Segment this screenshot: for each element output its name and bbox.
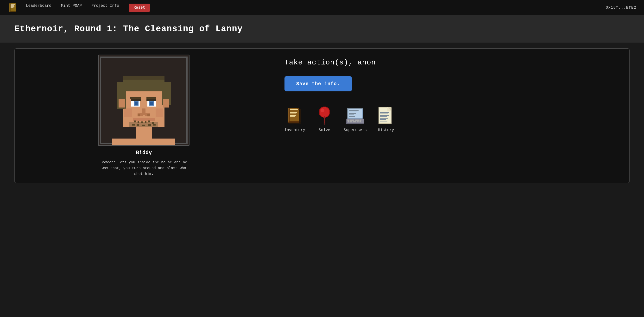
svg-rect-3 (10, 5, 14, 6)
game-card: Biddy Someone lets you inside the house … (14, 48, 630, 183)
svg-rect-77 (348, 120, 350, 121)
nav-project-info[interactable]: Project Info (92, 4, 119, 12)
svg-rect-31 (138, 114, 140, 116)
svg-rect-26 (130, 97, 141, 98)
logo-icon (8, 2, 18, 13)
left-panel: Biddy Someone lets you inside the house … (15, 49, 273, 183)
svg-rect-7 (10, 4, 10, 12)
svg-rect-21 (131, 99, 141, 101)
right-panel: Take action(s), anon Save the info. (273, 49, 629, 183)
nav-links: Leaderboard Mint POAP Project Info Reset (26, 4, 598, 12)
svg-rect-17 (163, 99, 169, 108)
svg-rect-47 (156, 108, 163, 117)
save-info-button[interactable]: Save the info. (284, 76, 352, 92)
svg-rect-65 (324, 116, 325, 123)
svg-rect-84 (350, 121, 352, 122)
svg-rect-51 (290, 109, 298, 110)
svg-rect-43 (142, 124, 145, 126)
svg-rect-12 (123, 78, 164, 92)
inventory-label: Inventory (284, 128, 305, 132)
svg-rect-38 (145, 121, 146, 123)
svg-rect-99 (391, 108, 392, 124)
svg-rect-36 (138, 121, 139, 123)
svg-point-64 (320, 108, 324, 112)
wallet-address: 0x18f...BfE2 (606, 6, 636, 10)
svg-rect-39 (148, 120, 150, 122)
inventory-icon-item[interactable]: Inventory (284, 106, 305, 132)
solve-icon-item[interactable]: Solve (315, 106, 334, 132)
svg-rect-82 (360, 120, 362, 121)
svg-rect-80 (355, 120, 357, 121)
svg-rect-97 (380, 119, 386, 120)
svg-rect-33 (133, 118, 155, 121)
svg-rect-24 (150, 102, 153, 104)
svg-rect-52 (290, 111, 297, 111)
svg-rect-78 (350, 120, 352, 121)
svg-rect-32 (148, 114, 150, 116)
svg-rect-20 (135, 102, 138, 104)
svg-rect-15 (123, 76, 164, 80)
inventory-icon (285, 106, 304, 125)
svg-rect-92 (380, 112, 389, 113)
svg-rect-55 (290, 115, 296, 116)
main-content: Biddy Someone lets you inside the house … (0, 42, 644, 189)
svg-rect-48 (112, 138, 175, 145)
solve-icon (315, 106, 334, 125)
svg-rect-71 (349, 112, 357, 112)
history-icon-item[interactable]: History (376, 106, 396, 132)
svg-rect-40 (152, 122, 154, 124)
svg-rect-27 (147, 97, 156, 98)
history-icon (376, 106, 396, 125)
svg-rect-94 (380, 115, 389, 116)
svg-rect-5 (10, 7, 14, 8)
svg-rect-79 (352, 120, 354, 121)
reset-button[interactable]: Reset (129, 4, 150, 12)
svg-rect-83 (348, 121, 350, 122)
svg-rect-87 (360, 121, 361, 122)
svg-rect-53 (290, 112, 297, 113)
svg-rect-56 (290, 116, 295, 117)
svg-rect-11 (123, 87, 164, 127)
svg-rect-42 (136, 124, 139, 126)
nav-mint-poap[interactable]: Mint POAP (61, 4, 82, 12)
character-portrait (98, 54, 190, 146)
svg-rect-4 (10, 6, 14, 7)
svg-rect-70 (349, 110, 358, 111)
solve-label: Solve (319, 128, 330, 132)
svg-rect-86 (357, 121, 358, 122)
svg-marker-66 (324, 123, 325, 125)
character-name: Biddy (136, 150, 152, 156)
svg-rect-16 (119, 99, 125, 108)
superusers-label: Superusers (344, 128, 367, 132)
navbar: Leaderboard Mint POAP Project Info Reset… (0, 0, 644, 16)
nav-leaderboard[interactable]: Leaderboard (26, 4, 52, 12)
svg-rect-72 (349, 113, 356, 114)
svg-rect-25 (147, 99, 156, 101)
history-label: History (378, 128, 394, 132)
svg-rect-58 (288, 108, 289, 122)
superusers-icon (346, 106, 365, 125)
svg-rect-37 (141, 122, 143, 123)
svg-rect-44 (148, 124, 151, 126)
svg-rect-41 (132, 124, 135, 125)
svg-rect-93 (380, 114, 388, 114)
action-icons: Inventory Solve (284, 106, 618, 132)
page-title-area: Ethernoir, Round 1: The Cleansing of Lan… (0, 16, 644, 42)
svg-rect-35 (134, 120, 136, 122)
svg-rect-46 (124, 108, 132, 117)
svg-rect-54 (290, 114, 296, 114)
svg-rect-95 (380, 116, 387, 117)
action-title: Take action(s), anon (284, 58, 618, 66)
superusers-icon-item[interactable]: Superusers (344, 106, 367, 132)
character-description: Someone lets you inside the house and he… (98, 160, 190, 177)
svg-rect-85 (353, 121, 356, 122)
svg-rect-73 (349, 114, 354, 115)
svg-rect-6 (9, 11, 16, 12)
svg-rect-98 (380, 121, 388, 122)
svg-rect-45 (153, 124, 156, 125)
svg-rect-61 (288, 122, 300, 124)
svg-rect-60 (299, 109, 300, 122)
page-title: Ethernoir, Round 1: The Cleansing of Lan… (14, 24, 630, 34)
svg-rect-74 (349, 116, 355, 117)
svg-rect-81 (357, 120, 359, 121)
